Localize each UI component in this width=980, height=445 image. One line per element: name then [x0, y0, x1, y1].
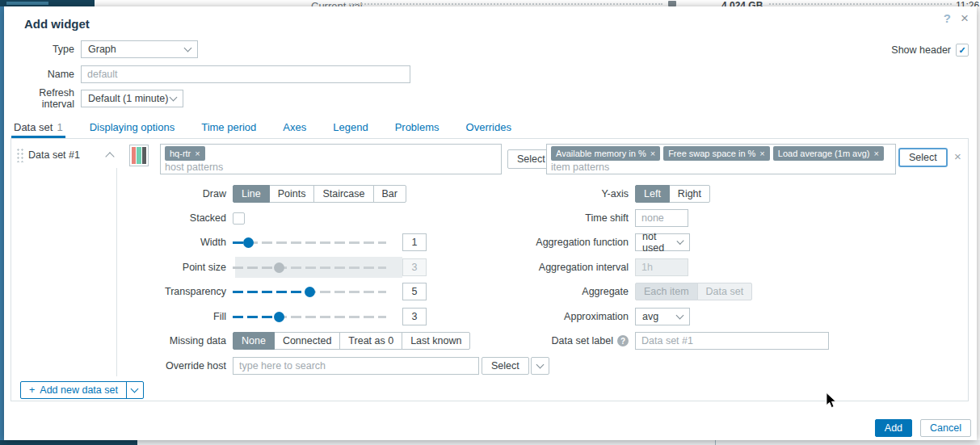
add-button[interactable]: Add: [875, 419, 912, 437]
name-label: Name: [15, 69, 81, 80]
tab-label: Problems: [395, 121, 440, 133]
yaxis-option-left[interactable]: Left: [635, 185, 670, 203]
remove-tag-icon[interactable]: ×: [759, 149, 764, 158]
data-set-label-text: Data set label: [552, 335, 613, 346]
aggregation-interval-label: Aggregation interval: [11, 262, 635, 273]
help-icon[interactable]: ?: [944, 11, 951, 25]
override-host-input[interactable]: [233, 357, 479, 375]
item-tag-label: Available memory in %: [556, 149, 646, 158]
collapse-dataset-button[interactable]: [107, 149, 113, 163]
aggregation-interval-input: [635, 258, 688, 276]
name-field-row: Name: [15, 65, 410, 83]
host-patterns-multiselect[interactable]: hq-rtr × host patterns: [160, 144, 502, 174]
aggregate-label: Aggregate: [11, 286, 635, 297]
tab-displaying-options[interactable]: Displaying options: [87, 120, 178, 138]
approximation-select[interactable]: avg: [635, 308, 690, 325]
time-shift-input[interactable]: [635, 209, 688, 227]
data-set-label-label: Data set label ?: [11, 335, 635, 346]
tab-label: Legend: [333, 121, 368, 133]
background-value-fragment: 4.024 GB: [721, 0, 763, 6]
approximation-value: avg: [642, 311, 658, 322]
aggregate-option-data-set: Data set: [697, 283, 753, 300]
color-palette-icon[interactable]: [129, 145, 149, 166]
add-new-data-set-label: Add new data set: [40, 384, 118, 396]
item-tag-label: Free swap space in %: [668, 149, 755, 158]
background-divider: [715, 440, 716, 445]
override-host-dropdown-button[interactable]: [531, 357, 549, 375]
cancel-button[interactable]: Cancel: [920, 419, 971, 437]
data-set-label-input[interactable]: [635, 332, 829, 350]
chevron-up-icon: [105, 152, 114, 161]
tab-axes[interactable]: Axes: [280, 120, 309, 138]
show-header-checkbox[interactable]: ✓: [956, 44, 969, 57]
printer-icon: [668, 1, 676, 6]
chevron-down-icon: [536, 360, 544, 368]
dialog-tabs: Data set1 Displaying options Time period…: [11, 120, 536, 138]
aggregate-option-each-item: Each item: [635, 283, 698, 300]
override-host-select-button[interactable]: Select: [482, 357, 529, 375]
tab-problems[interactable]: Problems: [393, 120, 442, 138]
palette-stripe: [132, 147, 136, 164]
tab-legend[interactable]: Legend: [330, 120, 370, 138]
add-new-data-set-button[interactable]: + Add new data set: [20, 381, 144, 399]
tab-overrides[interactable]: Overrides: [464, 120, 514, 138]
yaxis-row: Y-axis Left Right: [11, 185, 710, 203]
chevron-down-icon: [676, 311, 684, 319]
tab-label: Data set: [14, 121, 53, 133]
yaxis-option-right[interactable]: Right: [669, 185, 710, 203]
aggregation-interval-row: Aggregation interval: [11, 258, 688, 276]
override-host-row: Override host Select: [11, 357, 549, 375]
type-select-value: Graph: [88, 44, 116, 55]
remove-tag-icon[interactable]: ×: [874, 149, 879, 158]
tab-label: Axes: [283, 121, 306, 133]
item-select-button[interactable]: Select: [898, 148, 948, 167]
type-field-row: Type Graph: [15, 40, 198, 58]
type-label: Type: [15, 44, 81, 55]
refresh-interval-select[interactable]: Default (1 minute): [81, 90, 183, 107]
host-tag: hq-rtr ×: [165, 146, 205, 161]
drag-handle-icon[interactable]: [16, 148, 23, 162]
remove-tag-icon[interactable]: ×: [650, 149, 655, 158]
tab-time-period[interactable]: Time period: [199, 120, 259, 138]
background-sidebar-fragment: [0, 440, 137, 445]
chevron-down-icon: [184, 44, 192, 52]
tab-label: Time period: [201, 121, 256, 133]
page: Current val 4.024 GB 11:26 Add widget ? …: [0, 0, 980, 445]
tab-data-set[interactable]: Data set1: [11, 120, 65, 138]
refresh-interval-row: Refresh interval Default (1 minute): [15, 90, 183, 107]
override-host-label: Override host: [11, 360, 233, 372]
chevron-down-icon: [170, 93, 178, 101]
question-circle-icon[interactable]: ?: [617, 335, 629, 346]
data-set-label-row: Data set label ?: [11, 332, 829, 350]
show-header-field: Show header ✓: [891, 44, 969, 57]
aggregation-function-value: not used: [642, 231, 678, 254]
tab-label: Overrides: [466, 121, 511, 133]
item-patterns-multiselect[interactable]: Available memory in % × Free swap space …: [546, 144, 896, 174]
item-tag: Available memory in % ×: [551, 146, 660, 161]
remove-dataset-icon[interactable]: ×: [954, 149, 961, 163]
background-sidebar-fragment: [0, 0, 95, 6]
tab-label: Displaying options: [90, 121, 175, 133]
add-new-data-set-dropdown[interactable]: [126, 382, 143, 398]
dialog-footer: Add Cancel: [875, 419, 971, 437]
tab-count: 1: [57, 121, 62, 133]
check-icon: ✓: [958, 45, 965, 56]
plus-icon: +: [29, 384, 35, 396]
type-select[interactable]: Graph: [81, 40, 198, 58]
aggregation-function-row: Aggregation function not used: [11, 233, 690, 251]
background-dotted-leader: [349, 3, 662, 5]
time-shift-label: Time shift: [11, 212, 635, 224]
add-widget-dialog: Add widget ? × Show header ✓ Type Graph …: [4, 6, 977, 440]
name-input[interactable]: [81, 65, 410, 83]
background-dotted-leader: [769, 3, 952, 5]
palette-stripe: [142, 147, 146, 164]
close-icon[interactable]: ×: [961, 10, 969, 27]
aggregation-function-select[interactable]: not used: [635, 233, 690, 251]
remove-tag-icon[interactable]: ×: [195, 149, 200, 158]
data-set-panel: Data set #1 hq-rtr × host patterns Selec…: [11, 138, 969, 401]
dialog-title: Add widget: [24, 17, 90, 31]
palette-stripe: [137, 147, 141, 164]
host-tags: hq-rtr ×: [165, 146, 497, 161]
chevron-down-icon: [131, 384, 139, 393]
aggregation-function-label: Aggregation function: [11, 237, 635, 248]
